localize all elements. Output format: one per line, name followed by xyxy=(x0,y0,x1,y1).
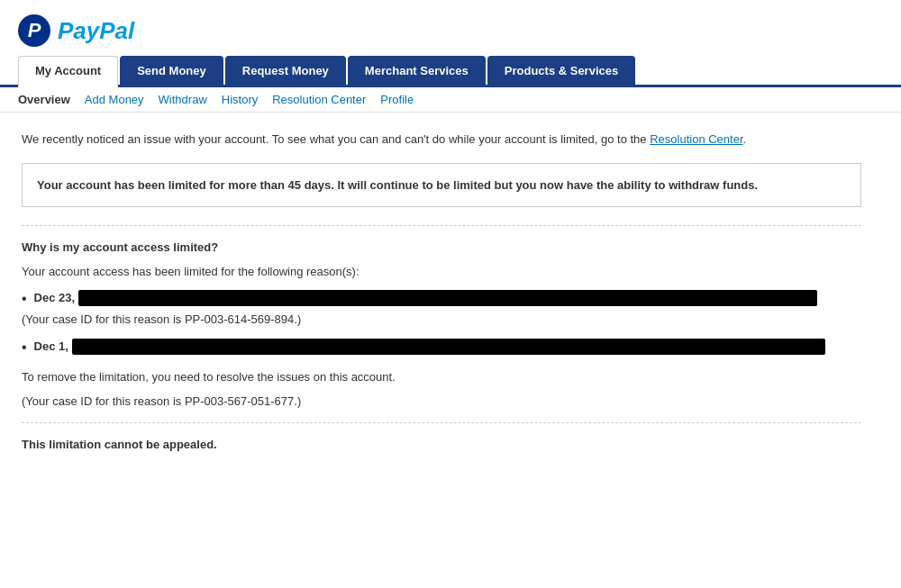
logo-pal: Pal xyxy=(99,17,134,44)
bullet-content-2: Dec 1, xyxy=(34,339,825,355)
header: P PayPal xyxy=(0,0,901,56)
nav-merchant-services[interactable]: Merchant Services xyxy=(348,56,486,85)
warning-text: Your account has been limited for more t… xyxy=(37,178,758,192)
subnav-add-money[interactable]: Add Money xyxy=(85,93,144,106)
nav-products-services[interactable]: Products & Services xyxy=(487,56,635,85)
divider-1 xyxy=(22,225,861,226)
notice-period: . xyxy=(743,132,747,146)
bullet-dot-1: • xyxy=(22,290,27,307)
final-title: This limitation cannot be appealed. xyxy=(22,438,861,451)
redacted-1 xyxy=(78,290,817,306)
secondary-nav: Overview Add Money Withdraw History Reso… xyxy=(0,87,901,113)
subnav-withdraw[interactable]: Withdraw xyxy=(159,93,207,106)
remove-text: To remove the limitation, you need to re… xyxy=(22,368,861,386)
nav-send-money[interactable]: Send Money xyxy=(120,56,223,85)
logo-p-letter: P xyxy=(28,19,41,42)
bullet-item-1: • Dec 23, xyxy=(22,290,861,307)
bullet-1-label: Dec 23, xyxy=(34,291,76,304)
notice-text: We recently noticed an issue with your a… xyxy=(22,132,647,146)
notice-paragraph: We recently noticed an issue with your a… xyxy=(22,131,861,149)
primary-nav: My Account Send Money Request Money Merc… xyxy=(0,56,901,87)
logo: P PayPal xyxy=(18,14,883,47)
redacted-2 xyxy=(72,339,825,355)
main-content: We recently noticed an issue with your a… xyxy=(0,113,883,478)
case-id-2: (Your case ID for this reason is PP-003-… xyxy=(22,394,861,408)
logo-pay: Pay xyxy=(58,17,99,44)
subnav-profile[interactable]: Profile xyxy=(380,93,414,106)
subnav-history[interactable]: History xyxy=(222,93,258,106)
bullet-dot-2: • xyxy=(22,339,27,356)
resolution-center-link[interactable]: Resolution Center xyxy=(650,132,742,146)
warning-box: Your account has been limited for more t… xyxy=(22,163,861,208)
nav-my-account[interactable]: My Account xyxy=(18,56,118,87)
bullet-2-label: Dec 1, xyxy=(34,339,68,353)
paypal-logo-icon: P xyxy=(18,14,50,47)
bullet-content-1: Dec 23, xyxy=(34,290,818,306)
subnav-resolution-center[interactable]: Resolution Center xyxy=(272,93,366,106)
divider-2 xyxy=(22,422,861,423)
nav-request-money[interactable]: Request Money xyxy=(225,56,346,85)
case-id-1: (Your case ID for this reason is PP-003-… xyxy=(22,312,861,326)
subnav-overview[interactable]: Overview xyxy=(18,93,70,106)
section-title: Why is my account access limited? xyxy=(22,240,861,254)
reason-intro: Your account access has been limited for… xyxy=(22,263,861,281)
paypal-logo-text: PayPal xyxy=(58,17,134,45)
bullet-item-2: • Dec 1, xyxy=(22,339,861,356)
